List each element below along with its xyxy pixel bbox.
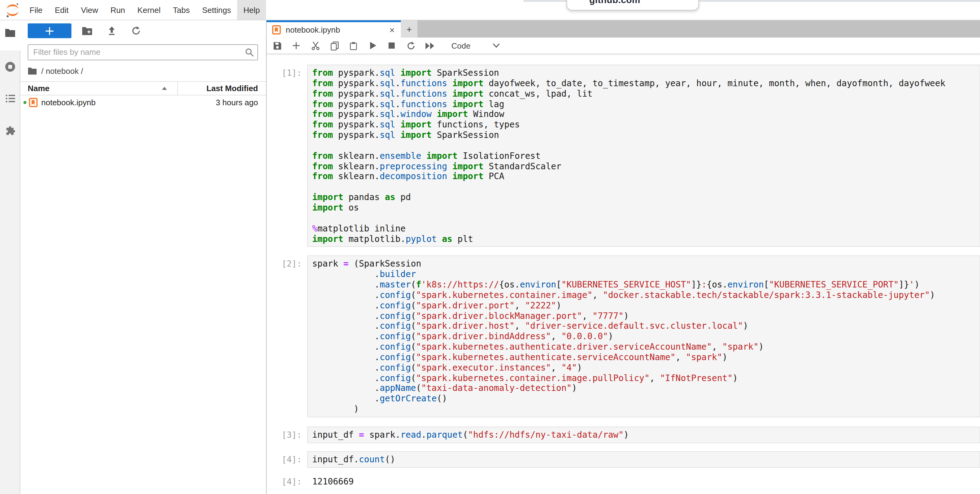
- menu-item-view[interactable]: View: [75, 0, 104, 20]
- new-folder-icon: [82, 26, 92, 35]
- menu-item-help[interactable]: Help: [237, 0, 266, 20]
- file-browser-panel: / notebook / Name Last Modified notebook…: [20, 20, 267, 494]
- table-of-contents-tab[interactable]: [0, 94, 20, 103]
- notebook-tab-bar: notebook.ipynb × +: [267, 20, 980, 38]
- running-kernels-tab[interactable]: [0, 62, 20, 72]
- output-cell-4: [4]:12106669: [267, 473, 980, 490]
- sort-by-name-header[interactable]: Name: [20, 81, 178, 94]
- code-editor[interactable]: spark = (SparkSession .builder .master(f…: [307, 256, 980, 417]
- activity-bar: [0, 20, 20, 494]
- paste-cells-button[interactable]: [348, 41, 358, 51]
- code-cell-1: [1]:from pyspark.sql import SparkSession…: [267, 65, 980, 247]
- code-text: 12106669: [312, 476, 979, 487]
- file-name: notebook.ipynb: [41, 98, 178, 107]
- browser-popup-text: github.com: [589, 0, 698, 5]
- copy-cells-button[interactable]: [329, 41, 339, 51]
- code-cell-4: [4]:input_df.count(): [267, 451, 980, 468]
- code-editor[interactable]: input_df = spark.read.parquet("hdfs://hd…: [307, 427, 980, 443]
- menu-item-settings[interactable]: Settings: [196, 0, 237, 20]
- notebook-file-icon: [272, 25, 281, 35]
- code-cell-3: [3]:input_df = spark.read.parquet("hdfs:…: [267, 427, 980, 443]
- restart-kernel-button[interactable]: [406, 41, 416, 51]
- kernel-running-dot: [24, 101, 27, 104]
- new-folder-button[interactable]: [82, 26, 92, 35]
- extension-manager-tab[interactable]: [0, 125, 20, 136]
- fast-forward-icon: [425, 41, 435, 49]
- insert-cell-button[interactable]: [291, 41, 301, 51]
- output-area: 12106669: [307, 473, 980, 490]
- input-prompt: [2]:: [267, 256, 307, 417]
- interrupt-kernel-button[interactable]: [387, 41, 396, 51]
- save-icon: [272, 41, 282, 50]
- search-icon: [245, 47, 254, 57]
- modified-header-label: Last Modified: [206, 83, 258, 93]
- output-prompt: [4]:: [267, 473, 307, 490]
- code-text: from pyspark.sql import SparkSession fro…: [312, 68, 979, 244]
- file-browser-toolbar: [28, 24, 258, 38]
- extensions-icon: [5, 125, 15, 136]
- cut-icon: [311, 41, 320, 50]
- refresh-button[interactable]: [131, 26, 141, 36]
- restart-run-all-button[interactable]: [425, 41, 435, 51]
- file-browser-tab[interactable]: [0, 28, 20, 38]
- menu-item-run[interactable]: Run: [104, 0, 132, 20]
- notebook-toolbar: Code: [267, 38, 980, 54]
- browser-popup-github: github.com: [566, 0, 699, 11]
- table-of-contents-icon: [5, 94, 15, 103]
- stop-icon: [388, 42, 395, 49]
- file-row-notebook[interactable]: notebook.ipynb 3 hours ago: [20, 95, 266, 110]
- notebook-content: [1]:from pyspark.sql import SparkSession…: [267, 54, 980, 494]
- run-icon: [369, 41, 377, 50]
- code-editor[interactable]: from pyspark.sql import SparkSession fro…: [307, 65, 980, 247]
- code-cell-2: [2]:spark = (SparkSession .builder .mast…: [267, 256, 980, 417]
- folder-icon: [5, 28, 15, 38]
- code-text: input_df.count(): [312, 454, 979, 465]
- cell-type-value: Code: [451, 41, 471, 50]
- plus-icon: [45, 25, 55, 36]
- paste-icon: [349, 41, 358, 50]
- code-text: input_df = spark.read.parquet("hdfs://hd…: [312, 430, 979, 440]
- file-modified: 3 hours ago: [178, 98, 266, 107]
- plus-icon: [292, 41, 301, 50]
- tab-close-icon[interactable]: ×: [388, 25, 396, 35]
- filter-files-input[interactable]: [28, 44, 258, 60]
- input-prompt: [4]:: [267, 451, 307, 468]
- breadcrumb[interactable]: / notebook /: [28, 65, 258, 77]
- menu-item-kernel[interactable]: Kernel: [131, 0, 167, 20]
- restart-icon: [406, 41, 415, 50]
- sort-ascending-caret-icon: [162, 86, 167, 90]
- filter-files-wrap: [28, 44, 258, 60]
- jupyter-logo-icon: [4, 2, 21, 19]
- main-dock-panel: notebook.ipynb × +: [267, 20, 980, 494]
- save-button[interactable]: [272, 41, 282, 51]
- sort-by-modified-header[interactable]: Last Modified: [178, 83, 266, 93]
- upload-icon: [107, 26, 116, 36]
- menu-bar: File Edit View Run Kernel Tabs Settings …: [0, 0, 980, 20]
- copy-icon: [330, 41, 339, 50]
- cell-type-dropdown[interactable]: Code: [451, 41, 500, 50]
- new-tab-button[interactable]: +: [401, 20, 417, 38]
- running-kernels-icon: [5, 62, 15, 72]
- menu-item-file[interactable]: File: [24, 0, 49, 20]
- menu-item-edit[interactable]: Edit: [49, 0, 75, 20]
- menu-item-tabs[interactable]: Tabs: [167, 0, 196, 20]
- code-editor[interactable]: input_df.count(): [307, 451, 980, 468]
- home-folder-icon: [28, 67, 37, 75]
- input-prompt: [1]:: [267, 65, 307, 247]
- breadcrumb-path: / notebook /: [41, 67, 83, 76]
- upload-button[interactable]: [107, 26, 116, 36]
- tab-title: notebook.ipynb: [286, 25, 388, 35]
- chevron-down-icon: [493, 43, 500, 48]
- file-list-header: Name Last Modified: [20, 81, 266, 95]
- notebook-file-icon: [29, 98, 38, 107]
- run-cell-button[interactable]: [368, 41, 377, 51]
- input-prompt: [3]:: [267, 427, 307, 443]
- tab-notebook-ipynb[interactable]: notebook.ipynb ×: [267, 20, 401, 38]
- new-launcher-button[interactable]: [28, 24, 72, 38]
- code-text: spark = (SparkSession .builder .master(f…: [312, 259, 979, 414]
- refresh-icon: [131, 26, 141, 36]
- name-header-label: Name: [28, 83, 49, 93]
- cut-cells-button[interactable]: [310, 41, 320, 51]
